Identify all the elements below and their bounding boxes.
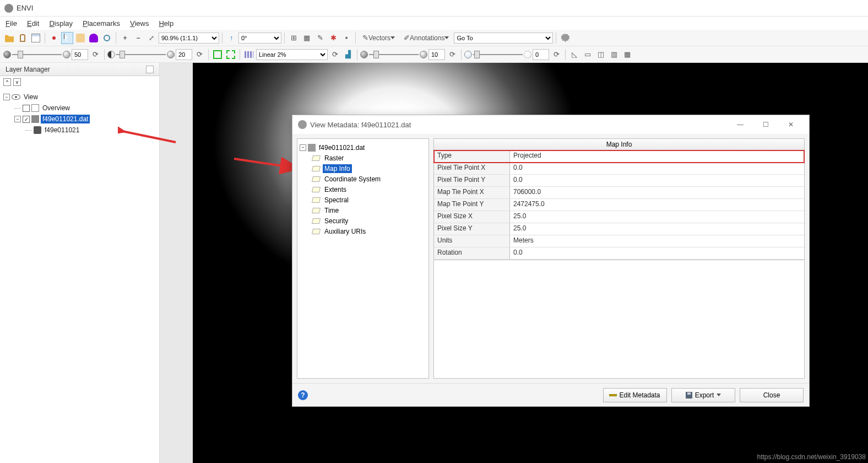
refresh-contrast-button[interactable]: ⟳ [193,49,205,61]
props-row[interactable]: Pixel Size Y25.0 [434,223,804,235]
rotate-tool-button[interactable] [101,32,113,44]
meta-tree-item[interactable]: Extents [300,184,426,195]
view-button-4[interactable]: ▦ [621,49,633,61]
checkbox[interactable] [23,105,30,112]
meta-tree-item[interactable]: Coordinate System [300,174,426,184]
slider-knob[interactable] [474,51,480,58]
expander-icon[interactable]: − [300,144,306,151]
menu-display[interactable]: Display [49,19,73,28]
chip-button[interactable]: ▪ [340,32,352,44]
zoom-out-button[interactable] [132,32,144,44]
tree-node-overview[interactable]: Overview [3,103,156,114]
cursor-value-button[interactable]: ▦ [301,32,313,44]
contrast-value[interactable] [176,49,192,60]
tree-node-band[interactable]: f49e011021 [3,125,156,136]
tree-node-view[interactable]: − View [3,91,156,103]
meta-tree-item[interactable]: Map Info [300,163,426,174]
refresh-stretch-button[interactable]: ⟳ [329,49,341,61]
props-row[interactable]: Rotation0.0 [434,247,804,260]
meta-tree-item[interactable]: Time [300,205,426,216]
mensuration-button[interactable]: ✎ [314,32,326,44]
menu-edit[interactable]: Edit [27,19,39,28]
expander-icon[interactable]: − [14,116,21,122]
fly-tool-button[interactable] [88,32,100,44]
stretch-view-button[interactable] [225,49,237,61]
data-manager-button[interactable] [30,32,42,44]
zoom-in-button[interactable] [119,32,131,44]
refresh-brightness-button[interactable]: ⟳ [89,49,101,61]
roi-button[interactable]: ✱ [327,32,339,44]
slider-knob[interactable] [18,51,23,58]
meta-tree-item[interactable]: Spectral [300,195,426,205]
menu-views[interactable]: Views [130,19,149,28]
menu-file[interactable]: File [6,19,17,28]
prop-value: 706000.0 [510,187,804,198]
annotations-dropdown[interactable]: ✐ Annotations [400,32,453,44]
expander-icon[interactable]: − [3,94,10,100]
help-button[interactable]: ? [298,390,308,400]
export-button[interactable]: Export [671,388,735,402]
meta-tree-item[interactable]: Security [300,216,426,226]
clipboard-button[interactable] [17,32,29,44]
refresh-transparency-button[interactable]: ⟳ [550,49,562,61]
stretch-extent-button[interactable] [211,49,224,61]
expand-button[interactable]: v [13,78,21,86]
maximize-button[interactable]: ☐ [753,116,778,133]
preferences-button[interactable] [559,32,571,44]
sharpen-slider[interactable] [360,51,427,58]
open-button[interactable] [3,32,15,44]
props-row[interactable]: Map Tie Point Y2472475.0 [434,199,804,211]
pan-tool-button[interactable] [74,32,86,44]
slider-knob[interactable] [120,51,125,58]
portal-button[interactable]: ◺ [568,49,581,61]
slider-knob[interactable] [373,51,379,58]
transparency-slider[interactable] [464,51,531,58]
brightness-slider[interactable] [3,51,70,58]
dialog-title-bar[interactable]: View Metadata: f49e011021.dat — ☐ ✕ [292,115,809,134]
crosshair-button[interactable]: ⊞ [287,32,300,44]
histogram-button[interactable] [243,49,255,61]
refresh-sharpen-button[interactable]: ⟳ [446,49,458,61]
stretch-hist-button[interactable]: ▟ [342,49,354,61]
zoom-fit-button[interactable] [145,32,158,44]
zoom-combo[interactable]: 90.9% (1:1.1) [159,33,219,44]
meta-tree-item[interactable]: Raster [300,153,426,163]
tree-node-file[interactable]: − f49e011021.dat [3,114,156,125]
meta-tree-item[interactable]: Auxiliary URIs [300,226,426,236]
view-button-2[interactable]: ◫ [595,49,607,61]
props-row[interactable]: Pixel Tie Point X0.0 [434,163,804,175]
brightness-value[interactable] [72,49,88,60]
rotation-combo[interactable]: 0° [238,33,281,44]
select-tool-button[interactable] [61,32,73,44]
view-button-1[interactable]: ▭ [582,49,594,61]
props-row[interactable]: Pixel Size X25.0 [434,211,804,223]
pin-panel-button[interactable] [146,66,154,73]
menu-placemarks[interactable]: Placemarks [83,19,120,28]
separator [284,33,285,44]
north-arrow: N [853,90,865,112]
view-icon: ▭ [584,50,591,58]
menu-help[interactable]: Help [159,19,173,28]
transparency-value[interactable] [533,49,549,60]
props-row[interactable]: UnitsMeters [434,235,804,247]
minimize-button[interactable]: — [728,116,753,133]
contrast-slider[interactable] [107,51,175,58]
props-row[interactable]: Map Tie Point X706000.0 [434,187,804,199]
meta-tree-root[interactable]: − f49e011021.dat [300,142,426,153]
vectors-dropdown[interactable]: ✎ Vectors [359,32,399,44]
pin-button[interactable] [48,32,60,44]
stretch-combo[interactable]: Linear 2% [256,49,328,60]
file-icon [308,144,316,152]
close-button[interactable]: ✕ [778,116,804,133]
north-up-button[interactable] [225,32,237,44]
collapse-button[interactable]: ^ [3,78,11,86]
edit-metadata-button[interactable]: Edit Metadata [603,388,667,402]
view-button-3[interactable]: ▥ [608,49,620,61]
metadata-props-panel: Map Info TypeProjectedPixel Tie Point X0… [433,138,805,379]
checkbox[interactable] [23,116,30,123]
props-row[interactable]: TypeProjected [434,150,804,163]
close-dialog-button[interactable]: Close [740,388,804,402]
props-row[interactable]: Pixel Tie Point Y0.0 [434,175,804,187]
sharpen-value[interactable] [428,49,445,60]
goto-combo[interactable]: Go To [454,33,553,44]
